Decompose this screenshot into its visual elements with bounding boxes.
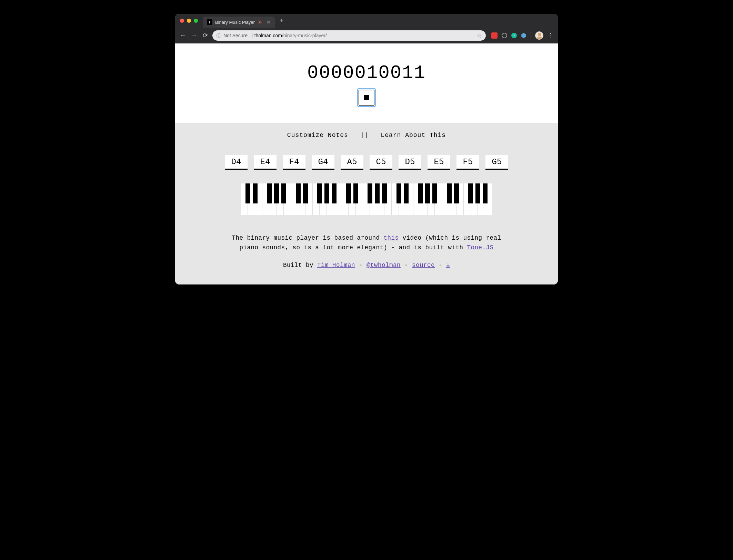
tab-title: Binary Music Player: [215, 20, 255, 25]
url-path: /binary-music-player/: [282, 33, 327, 38]
note-input-7[interactable]: [428, 155, 450, 170]
piano-keyboard[interactable]: [241, 183, 492, 215]
extension-hex-icon[interactable]: ⬢: [521, 32, 526, 39]
profile-avatar[interactable]: [535, 31, 543, 40]
browser-tab[interactable]: T Binary Music Player 🔇 ✕: [203, 17, 275, 28]
extensions: ⬢ ⋮: [491, 31, 554, 40]
piano-black-key[interactable]: [346, 183, 351, 203]
note-input-1[interactable]: [254, 155, 277, 170]
credits-source-link[interactable]: source: [412, 262, 435, 269]
browser-window: T Binary Music Player 🔇 ✕ + ← → ⟳ i Not …: [175, 14, 558, 284]
piano-black-key[interactable]: [332, 183, 337, 203]
minimize-window-button[interactable]: [187, 19, 191, 23]
bookmark-icon[interactable]: ☆: [477, 32, 482, 39]
piano-black-key[interactable]: [375, 183, 380, 203]
desc-link-tonejs[interactable]: Tone.JS: [467, 244, 494, 251]
note-input-5[interactable]: [370, 155, 392, 170]
piano-black-key[interactable]: [447, 183, 452, 203]
piano-black-key[interactable]: [303, 183, 308, 203]
extension-todoist-icon[interactable]: [491, 32, 498, 39]
titlebar: T Binary Music Player 🔇 ✕ +: [175, 14, 558, 28]
stop-icon: [364, 95, 369, 100]
note-input-0[interactable]: [225, 155, 248, 170]
main-bottom-panel: Customize Notes || Learn About This The …: [175, 123, 558, 284]
section-links: Customize Notes || Learn About This: [175, 132, 558, 139]
piano-black-key[interactable]: [483, 183, 488, 203]
piano-black-key[interactable]: [253, 183, 258, 203]
piano-black-key[interactable]: [368, 183, 372, 203]
customize-notes-link[interactable]: Customize Notes: [287, 132, 348, 139]
note-input-6[interactable]: [399, 155, 421, 170]
desc-link-this[interactable]: this: [384, 234, 399, 241]
maximize-window-button[interactable]: [194, 19, 198, 23]
piano-black-key[interactable]: [382, 183, 387, 203]
site-info[interactable]: i Not Secure: [217, 33, 248, 38]
desc-pre: The binary music player is based around: [232, 234, 383, 241]
piano-black-key[interactable]: [267, 183, 272, 203]
close-window-button[interactable]: [180, 19, 184, 23]
link-separator2: [369, 132, 377, 139]
piano-black-key[interactable]: [418, 183, 423, 203]
link-divider: ||: [360, 132, 369, 139]
piano-black-key[interactable]: [274, 183, 279, 203]
piano-black-key[interactable]: [454, 183, 459, 203]
piano-black-key[interactable]: [296, 183, 301, 203]
close-tab-icon[interactable]: ✕: [267, 19, 271, 25]
new-tab-button[interactable]: +: [280, 17, 284, 25]
credits-author-link[interactable]: Tim Holman: [317, 262, 355, 269]
main-top-panel: 0000010011: [175, 43, 558, 123]
piano-black-key[interactable]: [475, 183, 480, 203]
extension-add-icon[interactable]: [511, 33, 517, 38]
browser-toolbar: ← → ⟳ i Not Secure | tholman.com/binary-…: [175, 28, 558, 43]
browser-menu-button[interactable]: ⋮: [548, 32, 554, 39]
piano-black-key[interactable]: [396, 183, 401, 203]
note-input-4[interactable]: [341, 155, 363, 170]
stop-button[interactable]: [359, 90, 374, 106]
piano-black-key[interactable]: [432, 183, 437, 203]
piano-black-key[interactable]: [425, 183, 430, 203]
learn-about-link[interactable]: Learn About This: [381, 132, 446, 139]
back-button[interactable]: ←: [179, 32, 187, 39]
note-input-3[interactable]: [312, 155, 334, 170]
extension-circle-icon[interactable]: [502, 33, 507, 38]
note-inputs-row: [175, 155, 558, 170]
credits-builtby: Built by: [283, 262, 317, 269]
description-text: The binary music player is based around …: [225, 233, 508, 252]
reload-button[interactable]: ⟳: [201, 32, 209, 39]
link-separator: [352, 132, 361, 139]
mute-icon[interactable]: 🔇: [258, 20, 262, 24]
piano-black-key[interactable]: [468, 183, 473, 203]
not-secure-label: Not Secure: [223, 33, 248, 38]
url-separator: |: [252, 33, 253, 38]
credits-handle-link[interactable]: @twholman: [366, 262, 401, 269]
credits-dash2: -: [401, 262, 412, 269]
toolbar-divider: [531, 32, 531, 39]
forward-button[interactable]: →: [190, 32, 198, 39]
credits-line: Built by Tim Holman - @twholman - source…: [175, 261, 558, 269]
piano-black-key[interactable]: [317, 183, 322, 203]
piano-black-key[interactable]: [281, 183, 286, 203]
traffic-lights: [180, 19, 198, 23]
note-input-2[interactable]: [283, 155, 305, 170]
info-icon: i: [217, 33, 221, 38]
piano-black-key[interactable]: [353, 183, 358, 203]
favicon-icon: T: [207, 19, 212, 25]
credits-dash3: -: [435, 262, 446, 269]
piano-black-key[interactable]: [245, 183, 250, 203]
note-input-8[interactable]: [456, 155, 479, 170]
address-bar[interactable]: i Not Secure | tholman.com/binary-music-…: [212, 30, 486, 41]
credits-dash1: -: [355, 262, 366, 269]
credits-coffee-link[interactable]: ☕: [446, 262, 450, 269]
binary-counter: 0000010011: [175, 62, 558, 83]
url-domain: tholman.com: [254, 33, 282, 38]
note-input-9[interactable]: [485, 155, 508, 170]
piano-black-key[interactable]: [404, 183, 409, 203]
piano-black-key[interactable]: [324, 183, 329, 203]
